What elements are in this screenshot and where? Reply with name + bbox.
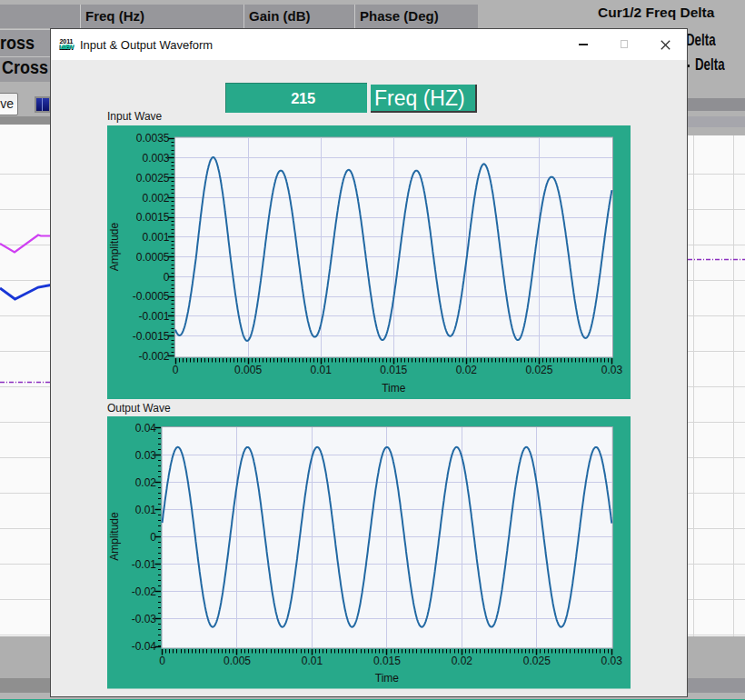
svg-text:0.015: 0.015	[373, 655, 401, 667]
svg-text:0.02: 0.02	[456, 364, 478, 376]
svg-text:0.0025: 0.0025	[136, 171, 170, 184]
svg-text:0.005: 0.005	[234, 364, 262, 376]
svg-text:0.03: 0.03	[135, 449, 157, 462]
svg-text:0.015: 0.015	[380, 364, 407, 376]
svg-text:0.04: 0.04	[135, 422, 157, 435]
svg-text:Amplitude: Amplitude	[108, 222, 121, 271]
svg-text:Time: Time	[382, 382, 406, 395]
svg-text:-0.002: -0.002	[138, 349, 169, 362]
svg-text:-0.02: -0.02	[132, 585, 157, 598]
svg-text:-0.03: -0.03	[132, 613, 157, 625]
svg-text:-0.0015: -0.0015	[133, 329, 170, 342]
svg-text:-0.0005: -0.0005	[133, 290, 170, 303]
svg-text:Amplitude: Amplitude	[108, 512, 121, 561]
svg-text:0.025: 0.025	[523, 655, 551, 667]
svg-text:0.02: 0.02	[135, 476, 157, 489]
svg-text:0.01: 0.01	[135, 504, 157, 516]
svg-text:0.0005: 0.0005	[136, 250, 170, 263]
svg-text:-0.01: -0.01	[132, 558, 157, 571]
svg-text:-0.04: -0.04	[132, 640, 157, 653]
svg-text:0: 0	[150, 531, 156, 544]
svg-text:-0.001: -0.001	[138, 310, 169, 323]
svg-text:0.01: 0.01	[310, 364, 332, 376]
svg-text:0.002: 0.002	[142, 191, 169, 204]
svg-text:0.0015: 0.0015	[136, 211, 170, 224]
svg-text:0.001: 0.001	[142, 231, 169, 244]
svg-text:0.003: 0.003	[142, 151, 169, 164]
svg-text:0.03: 0.03	[601, 655, 623, 667]
svg-text:Time: Time	[375, 672, 400, 685]
svg-text:0.02: 0.02	[452, 655, 473, 667]
svg-text:0.025: 0.025	[525, 364, 552, 376]
svg-text:LabVIEW: LabVIEW	[59, 43, 74, 51]
svg-text:0: 0	[159, 655, 165, 667]
svg-text:0.01: 0.01	[302, 655, 323, 667]
svg-text:0: 0	[164, 270, 170, 283]
svg-text:0: 0	[173, 364, 179, 376]
svg-text:0.03: 0.03	[601, 364, 623, 376]
svg-text:0.005: 0.005	[224, 655, 251, 667]
svg-text:0.0035: 0.0035	[136, 132, 170, 145]
